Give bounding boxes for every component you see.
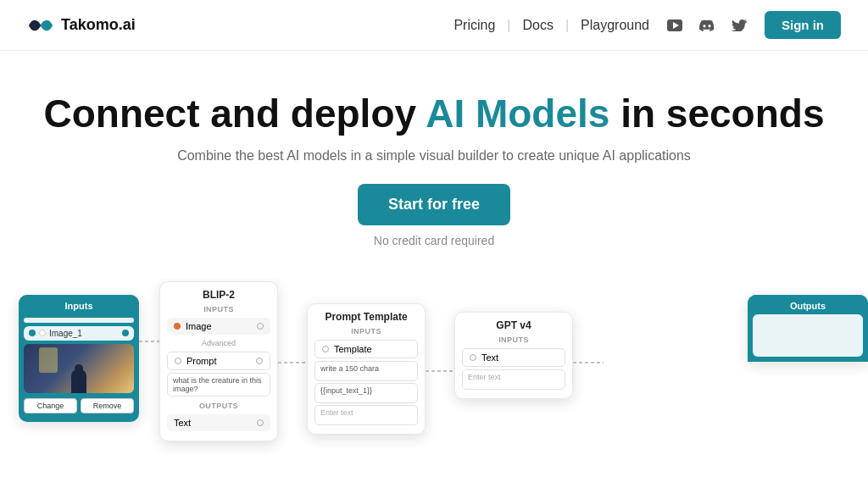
blip-image-label: Image — [186, 321, 212, 331]
start-free-button[interactable]: Start for free — [358, 184, 510, 225]
change-button[interactable]: Change — [24, 398, 77, 413]
prompt-input-text2: Enter text — [314, 405, 418, 425]
connector-3 — [426, 363, 458, 380]
inputs-buttons: Change Remove — [24, 398, 134, 413]
outputs-body — [753, 314, 863, 357]
blip-advanced: Advanced — [160, 337, 277, 349]
gpt-text-label: Text — [481, 352, 498, 363]
prompt-template-row: Template — [314, 340, 418, 358]
inputs-card-row: Image_1 — [24, 326, 134, 341]
dot-empty-r2 — [256, 358, 263, 364]
hero-title-part1: Connect and deploy — [44, 92, 426, 136]
prompt-title: Prompt Template — [308, 304, 425, 325]
hero-title: Connect and deploy AI Models in seconds — [17, 92, 851, 136]
gpt-placeholder: Enter text — [462, 369, 565, 390]
remove-button[interactable]: Remove — [81, 398, 134, 413]
logo[interactable]: Takomo.ai — [27, 16, 136, 35]
diagram: Inputs Image_1 Change Remove BLIP-2 INPU… — [0, 278, 868, 464]
dot-pt — [322, 346, 329, 352]
dot-text-right — [257, 419, 264, 426]
nav-right: Pricing | Docs | Playground Sign in — [447, 11, 841, 39]
connector-2 — [278, 354, 310, 371]
twitter-icon[interactable] — [726, 12, 753, 39]
hero-subtitle: Combine the best AI models in a simple v… — [17, 148, 851, 164]
figure-head — [75, 364, 83, 373]
icon-image — [39, 330, 46, 336]
blip-inputs-label: INPUTS — [160, 303, 277, 315]
nav-playground[interactable]: Playground — [574, 14, 656, 36]
gpt-title: GPT v4 — [455, 313, 572, 334]
gpt-inputs-label: INPUTS — [455, 334, 572, 346]
logo-text: Takomo.ai — [61, 16, 136, 34]
prompt-template-label: Template — [334, 344, 372, 354]
blip-card: BLIP-2 INPUTS Image Advanced Prompt what… — [159, 281, 278, 441]
figure-body — [71, 369, 86, 393]
nav-divider-2: | — [565, 18, 569, 33]
gpt-text-row: Text — [462, 348, 565, 367]
logo-icon — [27, 16, 54, 35]
prompt-inputs-label: INPUTS — [308, 325, 425, 337]
nav-divider-1: | — [507, 18, 510, 33]
dot-empty — [175, 358, 181, 364]
blip-text-label: Text — [174, 418, 191, 428]
blip-prompt-text: what is the creature in this image? — [167, 373, 270, 396]
prompt-input-text1: {{input_text_1}} — [314, 383, 418, 403]
blip-prompt-row: Prompt — [167, 352, 270, 370]
outputs-card: Outputs — [748, 295, 868, 362]
prompt-card: Prompt Template INPUTS Template write a … — [307, 303, 426, 435]
nav-docs[interactable]: Docs — [515, 14, 559, 36]
navbar: Takomo.ai Pricing | Docs | Playground Si… — [0, 0, 868, 51]
youtube-icon[interactable] — [661, 12, 688, 39]
dot-gpt — [470, 354, 476, 361]
inputs-card-image — [24, 344, 134, 393]
blip-prompt-label: Prompt — [186, 356, 216, 366]
dot-empty-right — [257, 323, 264, 330]
connector-4 — [573, 354, 605, 371]
blip-title: BLIP-2 — [160, 282, 277, 303]
hero-title-accent: AI Models — [426, 92, 609, 136]
hero-section: Connect and deploy AI Models in seconds … — [0, 51, 868, 264]
hero-title-part2: in seconds — [609, 92, 824, 136]
window-glow — [39, 347, 58, 373]
gpt-card: GPT v4 INPUTS Text Enter text — [454, 312, 573, 399]
inputs-card-header: Inputs — [19, 295, 139, 314]
outputs-header: Outputs — [748, 295, 868, 314]
dot-teal — [29, 330, 36, 336]
prompt-template-value: write a 150 chara — [314, 361, 418, 381]
blip-image-row: Image — [167, 318, 270, 335]
discord-icon[interactable] — [693, 12, 721, 39]
dot-orange — [174, 323, 181, 330]
blip-outputs-label: OUTPUTS — [160, 398, 277, 412]
dot-teal-right — [122, 330, 129, 336]
signin-button[interactable]: Sign in — [765, 11, 841, 39]
image-inner — [24, 344, 134, 393]
inputs-image-label: Image_1 — [49, 329, 82, 338]
blip-text-row: Text — [167, 414, 270, 431]
inputs-card-divider — [24, 318, 134, 323]
inputs-card: Inputs Image_1 Change Remove — [19, 295, 139, 422]
hero-note: No credit card required — [17, 234, 851, 247]
nav-pricing[interactable]: Pricing — [447, 14, 502, 36]
